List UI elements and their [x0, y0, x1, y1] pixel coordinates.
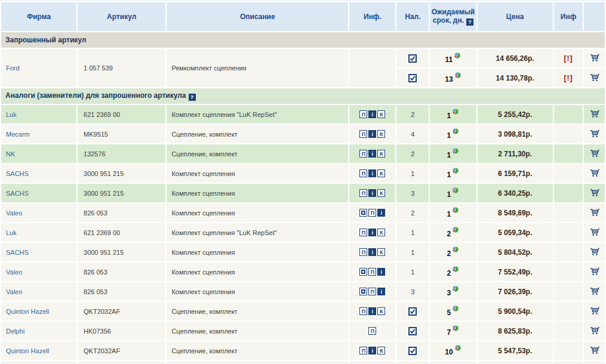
help-icon[interactable]: ?	[189, 94, 196, 101]
col-header-info: Инф.	[349, 2, 395, 31]
add-to-cart-icon[interactable]	[589, 286, 600, 296]
applicability-icon[interactable]: П	[359, 189, 367, 197]
applicability-icon[interactable]: П	[359, 130, 367, 138]
availability-checkbox[interactable]	[408, 327, 417, 335]
photo-icon[interactable]	[359, 268, 367, 276]
add-to-cart-icon[interactable]	[589, 129, 600, 138]
brand-link[interactable]: Quinton Hazell	[6, 308, 49, 315]
brand-link[interactable]: Delphi	[6, 328, 24, 335]
applicability-icon[interactable]: П	[368, 288, 376, 295]
delivery-stats-pie-icon[interactable]	[452, 266, 459, 273]
add-to-cart-icon[interactable]	[589, 168, 600, 178]
crosses-icon[interactable]: К	[377, 150, 385, 158]
col-header-brand: Фирма	[1, 2, 76, 31]
delivery-stats-pie-icon[interactable]	[452, 206, 459, 214]
info-icon[interactable]: i	[377, 288, 385, 295]
add-to-cart-icon[interactable]	[589, 109, 600, 119]
crosses-icon[interactable]: К	[377, 110, 385, 118]
crosses-icon[interactable]: К	[377, 169, 385, 177]
delivery-stats-pie-icon[interactable]	[454, 72, 462, 79]
info-icon[interactable]: i	[368, 248, 376, 256]
delivery-stats-pie-icon[interactable]	[452, 147, 459, 155]
crosses-icon[interactable]: К	[377, 189, 385, 197]
help-icon[interactable]: ?	[466, 18, 473, 26]
availability-checkbox[interactable]	[408, 307, 417, 316]
add-to-cart-icon[interactable]	[589, 208, 600, 217]
delivery-stats-pie-icon[interactable]	[452, 285, 459, 292]
info-icon[interactable]: i	[368, 169, 376, 177]
availability-checkbox[interactable]	[408, 54, 417, 63]
applicability-icon[interactable]: П	[359, 347, 367, 354]
days-value: 11	[445, 56, 453, 64]
add-to-cart-icon[interactable]	[589, 326, 600, 335]
brand-link[interactable]: SACHS	[6, 170, 29, 177]
delivery-stats-pie-icon[interactable]	[454, 344, 462, 351]
photo-icon[interactable]	[359, 209, 367, 217]
photo-icon[interactable]	[359, 288, 367, 295]
brand-link[interactable]: Mecarm	[6, 131, 30, 138]
cart-cell	[584, 243, 605, 261]
crosses-icon[interactable]: К	[377, 130, 385, 138]
info-icon[interactable]: i	[368, 347, 376, 354]
delivery-stats-pie-icon[interactable]	[452, 128, 459, 135]
brand-link[interactable]: Valeo	[6, 288, 22, 295]
info-icon[interactable]: i	[368, 307, 376, 315]
info-icon[interactable]: i	[368, 189, 376, 197]
info2-cell	[554, 144, 583, 163]
applicability-icon[interactable]: П	[359, 229, 367, 236]
add-to-cart-icon[interactable]	[589, 247, 600, 257]
delivery-stats-pie-icon[interactable]	[452, 108, 459, 115]
availability-checkbox[interactable]	[408, 74, 417, 82]
applicability-icon[interactable]: П	[368, 268, 376, 276]
crosses-icon[interactable]: К	[377, 307, 385, 315]
brand-link[interactable]: Valeo	[6, 269, 22, 276]
applicability-icon[interactable]: П	[359, 110, 367, 118]
info2-cell	[554, 164, 583, 183]
delivery-stats-pie-icon[interactable]	[452, 187, 459, 194]
crosses-icon[interactable]: К	[377, 229, 385, 236]
applicability-icon[interactable]: П	[359, 169, 367, 177]
info-icon[interactable]: i	[377, 268, 385, 276]
applicability-icon[interactable]: П	[368, 209, 376, 217]
table-row: Triscan 8550621236900 Сцепление, комплек…	[1, 361, 605, 364]
applicability-icon[interactable]: П	[368, 327, 376, 335]
info-icon[interactable]: i	[368, 150, 376, 158]
applicability-icon[interactable]: П	[359, 307, 367, 315]
price-warning[interactable]: [!]	[554, 69, 583, 87]
delivery-stats-pie-icon[interactable]	[452, 325, 459, 332]
add-to-cart-icon[interactable]	[589, 73, 600, 82]
applicability-icon[interactable]: П	[359, 248, 367, 256]
col-header-article: Артикул	[78, 2, 165, 31]
delivery-stats-pie-icon[interactable]	[452, 246, 459, 253]
delivery-stats-pie-icon[interactable]	[452, 226, 459, 233]
crosses-icon[interactable]: К	[377, 248, 385, 256]
brand-link[interactable]: Quinton Hazell	[6, 347, 49, 354]
brand-link[interactable]: Luk	[6, 111, 17, 118]
add-to-cart-icon[interactable]	[589, 53, 600, 63]
delivery-stats-pie-icon[interactable]	[452, 305, 459, 312]
add-to-cart-icon[interactable]	[589, 188, 600, 198]
info-icon[interactable]: i	[368, 130, 376, 138]
add-to-cart-icon[interactable]	[589, 267, 600, 276]
delivery-stats-pie-icon[interactable]	[454, 52, 461, 59]
brand-link[interactable]: Luk	[6, 229, 17, 236]
crosses-icon[interactable]: К	[377, 347, 385, 354]
info-icon[interactable]: i	[368, 229, 376, 236]
info-icon[interactable]: i	[377, 209, 385, 217]
delivery-stats-pie-icon[interactable]	[452, 167, 459, 174]
brand-link[interactable]: Valeo	[6, 209, 22, 217]
availability-cell: 2	[396, 203, 429, 222]
price-warning[interactable]: [!]	[554, 49, 583, 67]
applicability-icon[interactable]: П	[359, 150, 367, 158]
add-to-cart-icon[interactable]	[589, 149, 600, 158]
availability-checkbox[interactable]	[408, 347, 417, 355]
info-icon[interactable]: i	[368, 110, 376, 118]
brand-link[interactable]: Ford	[6, 64, 20, 72]
brand-link[interactable]: SACHS	[6, 190, 29, 197]
info2-cell	[554, 184, 583, 202]
add-to-cart-icon[interactable]	[589, 306, 600, 316]
brand-link[interactable]: SACHS	[6, 249, 29, 256]
add-to-cart-icon[interactable]	[589, 346, 600, 355]
brand-link[interactable]: NK	[6, 150, 15, 158]
add-to-cart-icon[interactable]	[589, 227, 600, 237]
